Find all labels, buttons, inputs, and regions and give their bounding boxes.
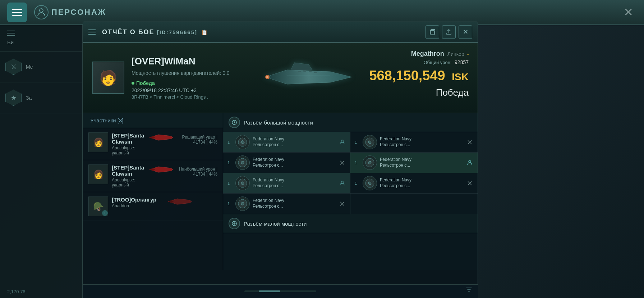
participants-list: Участники [3] 👩 [STEP]Santa Clawsin Apoc… [83, 113, 223, 270]
weapon-count-l2: 1 [227, 161, 233, 165]
weapon-name-l1: Federation NavyРельсотрон с... [253, 136, 336, 148]
persona-icon [34, 5, 49, 19]
report-header: ОТЧЁТ О БОЕ [ID:7596665] 📋 ✕ [83, 22, 478, 43]
weapon-row-l1[interactable]: 1 Federation NavyРельсотрон с... [223, 132, 350, 153]
weapon-action-person-l3[interactable] [339, 180, 346, 187]
participant-item-3[interactable]: 🪖 + [TROO]Орлангур Abaddon [83, 192, 223, 221]
svg-point-14 [341, 140, 343, 142]
svg-point-34 [368, 182, 371, 185]
sidebar-item-battle[interactable]: ⚔ Ме [0, 51, 82, 82]
scroll-thumb [259, 290, 280, 292]
weapon-name-l2: Federation NavyРельсотрон с... [253, 157, 336, 168]
weapons-col-left: 1 Federation NavyРельсотрон с... [223, 132, 350, 214]
svg-point-13 [241, 141, 244, 144]
report-menu-icon[interactable] [88, 30, 96, 35]
svg-point-32 [469, 161, 471, 163]
participant-info-2: [STEP]Santa Clawsin Apocalypse: ударный [112, 164, 144, 188]
weapon-img-r3 [363, 176, 377, 190]
svg-point-31 [368, 161, 371, 164]
weapon-row-l3[interactable]: 1 Federation NavyРельсотрон с... [223, 173, 350, 194]
damage-label: Общий урон: 92857 [369, 59, 469, 65]
low-slot-icon [229, 218, 240, 229]
svg-point-0 [40, 9, 43, 12]
weapon-row-l2[interactable]: 1 Federation NavyРельсотрон с... [223, 153, 350, 173]
filter-icon[interactable] [464, 284, 474, 295]
weapon-name-l3: Federation NavyРельсотрон с... [253, 177, 336, 189]
ship-name-class: Megathron Линкор • [369, 50, 469, 58]
isk-value: 568,150,549 ISK [369, 68, 469, 83]
weapon-img-l2 [235, 155, 250, 170]
svg-rect-5 [309, 71, 312, 72]
low-slot-label: Разъём малой мощности [244, 221, 307, 227]
sidebar-item-2-label: За [26, 95, 32, 101]
participant-avatar-1: 👩 [88, 132, 108, 152]
weapon-count-r1: 1 [355, 140, 360, 144]
svg-point-16 [241, 161, 244, 164]
svg-rect-3 [298, 71, 301, 72]
right-stats: Megathron Линкор • Общий урон: 92857 568… [369, 50, 469, 98]
ship-silhouette [258, 57, 359, 97]
ship-icon-3 [166, 197, 193, 207]
svg-rect-4 [303, 70, 306, 72]
participant-name-2: [STEP]Santa Clawsin [112, 164, 144, 177]
weapon-action-person-r2[interactable] [466, 159, 473, 166]
report-close-button[interactable]: ✕ [459, 25, 472, 39]
weapon-img-r1 [363, 135, 377, 149]
weapon-row-l4[interactable]: 1 Federation NavyРельсотрон с... [223, 194, 350, 214]
ship-icon-2 [148, 164, 175, 175]
weapon-row-r1[interactable]: 1 Federation NavyРельсотрон с... [350, 132, 478, 153]
weapon-count-l4: 1 [227, 202, 233, 206]
weapon-count-r3: 1 [355, 181, 360, 185]
player-avatar: 🧑 [92, 62, 124, 94]
weapon-count-l3: 1 [227, 181, 233, 185]
participant-info-3: [TROO]Орлангур Abaddon [112, 197, 163, 208]
weapon-action-close-l2[interactable] [339, 159, 346, 166]
report-export-button[interactable] [442, 25, 456, 39]
weapon-img-r2 [363, 155, 377, 170]
weapon-action-person-l1[interactable] [339, 139, 346, 146]
participant-item-2[interactable]: 👩 [STEP]Santa Clawsin Apocalypse: ударны… [83, 160, 223, 192]
high-slot-icon [229, 117, 240, 128]
sidebar-section-top: Би [0, 25, 82, 51]
weapon-name-l4: Federation NavyРельсотрон с... [253, 198, 336, 209]
high-slot-label: Разъём большой мощности [244, 119, 313, 126]
weapon-action-close-r1[interactable] [466, 139, 473, 146]
weapon-action-close-l4[interactable] [339, 200, 346, 207]
participant-plus-icon: + [102, 210, 108, 216]
sidebar-hamburger-icon[interactable] [7, 31, 75, 36]
sidebar-item-second[interactable]: ★ За [0, 82, 82, 113]
low-slot-header: Разъём малой мощности [223, 214, 478, 233]
svg-rect-6 [314, 72, 317, 73]
weapon-name-r3: Federation NavyРельсотрон с... [380, 177, 463, 189]
victory-dot [132, 82, 134, 85]
weapon-row-r3[interactable]: 1 Federation NavyРельсотрон с... [350, 173, 478, 194]
weapon-count-r2: 1 [355, 161, 360, 165]
participant-ship-1: Apocalypse: ударный [112, 145, 144, 155]
avatar-placeholder: 🧑 [93, 62, 124, 93]
participant-stats-1: Решающий удар | 41734 | 44% [178, 135, 217, 145]
weapon-img-l3 [235, 176, 250, 190]
participant-name-1: [STEP]Santa Clawsin [112, 132, 144, 145]
svg-point-23 [241, 202, 244, 205]
scroll-indicator[interactable] [244, 290, 316, 292]
report-header-actions: ✕ [426, 25, 472, 39]
participant-item[interactable]: 👩 [STEP]Santa Clawsin Apocalypse: ударны… [83, 128, 223, 160]
weapon-action-close-r3[interactable] [466, 180, 473, 187]
window-close-button[interactable]: ✕ [624, 5, 633, 19]
weapon-row-r2[interactable]: 1 Federation NavyРельсотрон с... [350, 153, 478, 173]
participant-stats-2: Наибольший урон | 41734 | 44% [178, 167, 217, 177]
weapon-img-l1 [235, 135, 250, 149]
result-text: Победа [369, 87, 469, 98]
weapons-two-col: 1 Federation NavyРельсотрон с... [223, 132, 478, 214]
participants-header: Участники [3] [83, 113, 223, 128]
report-copy-button[interactable] [426, 25, 439, 39]
weapon-name-r2: Federation NavyРельсотрон с... [380, 157, 463, 168]
participant-name-3: [TROO]Орлангур [112, 197, 163, 203]
battle-icon-hex: ⚔ [5, 59, 22, 75]
participant-ship-3: Abaddon [112, 203, 163, 208]
participant-avatar-2: 👩 [88, 164, 108, 184]
weapons-col-right: 1 Federation NavyРельсотрон с... [350, 132, 478, 214]
weapons-panel: Разъём большой мощности 1 [223, 113, 478, 270]
bottom-bar [83, 284, 478, 298]
hamburger-button[interactable] [7, 3, 27, 22]
